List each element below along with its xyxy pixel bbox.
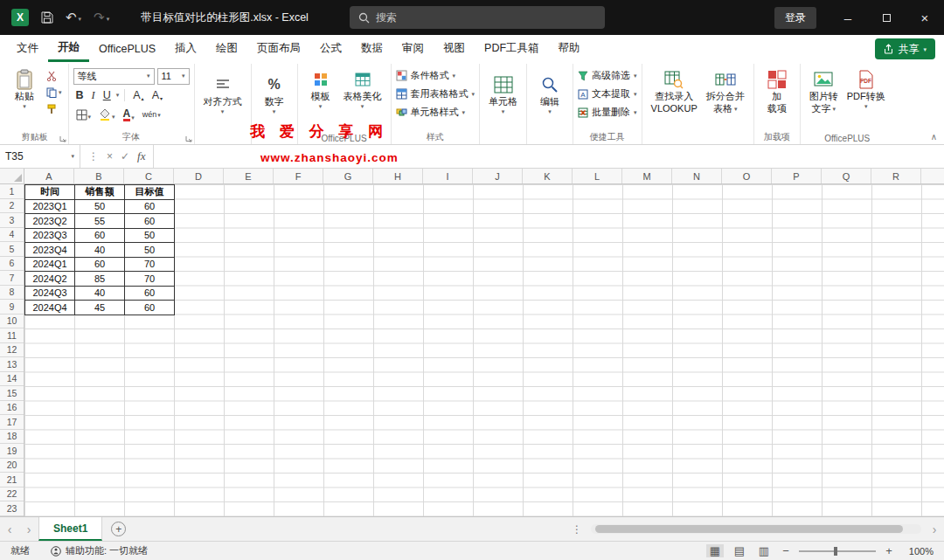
cancel-entry-icon[interactable]: × [107,150,113,162]
editing-button[interactable]: 编辑 ▾ [531,66,568,114]
conditional-formatting-button[interactable]: 条件格式▾ [396,66,475,85]
row-header[interactable]: 17 [0,415,24,430]
table-cell[interactable]: 40 [75,243,125,258]
ribbon-tab[interactable]: 页面布局 [247,35,310,62]
table-cell[interactable]: 销售额 [75,185,125,200]
number-button[interactable]: % 数字 ▾ [256,66,293,114]
table-cell[interactable]: 50 [75,200,125,215]
ribbon-tab[interactable]: 审阅 [392,35,434,62]
table-cell[interactable]: 60 [125,287,175,301]
increase-font-size-button[interactable]: A▴ [130,88,146,102]
name-box-resize-handle[interactable]: ⋮ [88,150,99,162]
vlookup-button[interactable]: 查找录入 VLOOKUP [647,66,702,114]
phonetic-guide-button[interactable]: wén▾ [140,109,163,120]
horizontal-scrollbar[interactable] [591,524,921,534]
text-extract-button[interactable]: A 文本提取▾ [578,85,637,103]
column-header[interactable]: I [423,169,473,183]
zoom-in-button[interactable]: + [883,544,895,557]
collapse-ribbon-button[interactable]: ∧ [931,132,937,142]
column-header[interactable]: A [24,169,74,183]
ribbon-tab[interactable]: 帮助 [549,35,590,62]
ribbon-tab[interactable]: 绘图 [206,35,247,62]
row-header[interactable]: 4 [0,228,24,243]
table-cell[interactable]: 60 [125,301,175,315]
table-beautify-button[interactable]: 表格美化 ▾ [339,66,386,109]
cell-styles-button[interactable]: 单元格样式▾ [396,103,475,121]
row-header[interactable]: 21 [0,473,24,487]
table-cell[interactable]: 45 [75,301,125,315]
confirm-entry-icon[interactable]: ✓ [121,150,129,162]
table-cell[interactable]: 2023Q1 [25,200,75,215]
table-cell[interactable]: 2023Q3 [25,229,75,244]
table-cell[interactable]: 2023Q4 [25,243,75,258]
share-button[interactable]: 共享 ▾ [875,38,935,59]
alignment-button[interactable]: 对齐方式 ▾ [199,66,246,114]
row-header[interactable]: 11 [0,328,24,343]
row-header[interactable]: 10 [0,315,24,329]
font-name-select[interactable]: 等线▾ [73,68,155,85]
cells-button[interactable]: 单元格 ▾ [484,66,522,114]
column-header[interactable]: O [722,169,772,183]
close-button[interactable]: × [906,0,944,35]
table-cell[interactable]: 60 [75,258,125,273]
row-header[interactable]: 8 [0,286,24,301]
ribbon-tab[interactable]: OfficePLUS [89,35,165,62]
formula-input[interactable] [154,145,944,168]
row-header[interactable]: 15 [0,386,24,401]
zoom-slider[interactable] [799,545,876,557]
table-cell[interactable]: 50 [125,229,175,244]
accessibility-status[interactable]: 辅助功能: 一切就绪 [42,544,156,557]
sheet-tab-sheet1[interactable]: Sheet1 [38,517,102,541]
zoom-out-button[interactable]: − [780,544,792,557]
row-header[interactable]: 16 [0,401,24,416]
table-cell[interactable]: 60 [125,214,175,229]
underline-button[interactable]: U [101,88,114,102]
name-box[interactable]: T35 ▾ [0,145,80,168]
ribbon-tab[interactable]: 视图 [434,35,475,62]
row-header[interactable]: 6 [0,257,24,272]
paste-button[interactable]: 粘贴 ▾ [6,66,43,109]
table-cell[interactable]: 70 [125,272,175,287]
column-header[interactable]: C [124,169,174,183]
row-header[interactable]: 13 [0,357,24,372]
table-cell[interactable]: 目标值 [125,185,175,200]
row-header[interactable]: 9 [0,300,24,315]
column-header[interactable]: P [772,169,822,183]
excel-app-icon[interactable]: X [11,9,29,26]
font-color-button[interactable]: A▾ [121,107,137,122]
copy-button[interactable]: ▾ [46,86,62,100]
row-header[interactable]: 22 [0,487,24,502]
zoom-slider-thumb[interactable] [834,547,837,556]
table-cell[interactable]: 2024Q1 [25,258,75,273]
batch-delete-button[interactable]: 批量删除▾ [578,103,637,121]
format-as-table-button[interactable]: 套用表格格式▾ [396,85,475,103]
undo-button[interactable]: ↶▾ [66,10,81,25]
normal-view-button[interactable]: ▦ [706,544,724,557]
redo-button[interactable]: ↷▾ [94,10,109,25]
table-cell[interactable]: 2024Q4 [25,301,75,315]
underline-dropdown-icon[interactable]: ▾ [116,92,120,99]
row-header[interactable]: 1 [0,184,24,199]
column-header[interactable]: G [323,169,373,183]
bold-button[interactable]: B [73,88,87,102]
pdf-convert-button[interactable]: PDF PDF转换 ▾ [843,66,890,109]
column-header[interactable]: M [622,169,672,183]
advanced-filter-button[interactable]: 高级筛选▾ [578,66,637,85]
table-cell[interactable]: 60 [125,200,175,215]
row-header[interactable]: 2 [0,199,24,214]
scroll-right-button[interactable]: › [925,522,944,536]
horizontal-scrollbar-thumb[interactable] [595,525,903,533]
table-cell[interactable]: 55 [75,214,125,229]
row-header[interactable]: 3 [0,213,24,228]
table-cell[interactable]: 2024Q3 [25,287,75,301]
table-cell[interactable]: 2023Q2 [25,214,75,229]
row-header[interactable]: 5 [0,242,24,257]
template-button[interactable]: 模板 ▾ [302,66,339,109]
column-header[interactable]: L [573,169,622,183]
zoom-level[interactable]: 100% [902,546,934,557]
table-cell[interactable]: 50 [125,243,175,258]
next-sheet-button[interactable]: › [19,522,38,536]
new-sheet-button[interactable]: + [111,522,126,536]
ribbon-tab[interactable]: 数据 [351,35,392,62]
column-header[interactable]: E [224,169,274,183]
